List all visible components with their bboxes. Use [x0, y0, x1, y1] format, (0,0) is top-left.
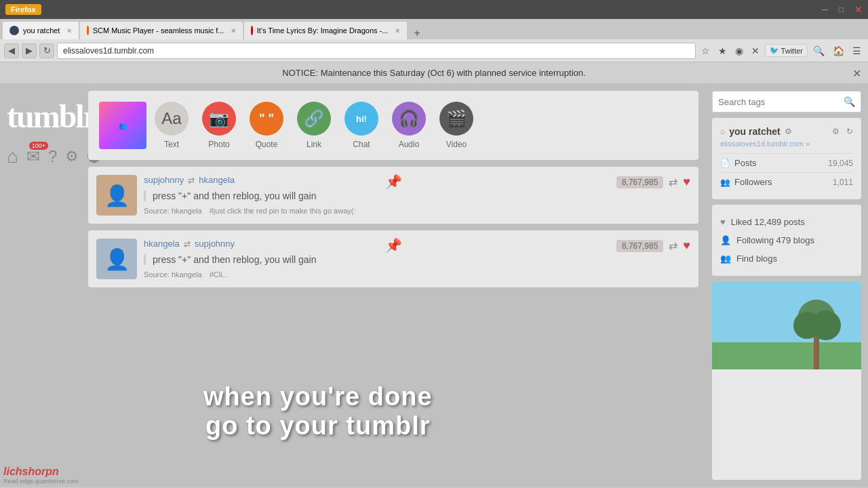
posts-icon: 📄	[720, 159, 730, 168]
twitter-label: Twitter	[781, 47, 803, 55]
forward-button[interactable]: ▶	[22, 43, 37, 58]
help-icon[interactable]: ?	[48, 147, 57, 166]
text-label: Text	[164, 140, 179, 149]
tab-scm[interactable]: SCM Music Player - seamless music f... ✕	[80, 22, 243, 39]
tumblr-logo[interactable]: tumblr.	[7, 98, 81, 135]
tab-close-3[interactable]: ✕	[395, 27, 400, 35]
tab-close-1[interactable]: ✕	[66, 27, 72, 35]
watermark-name: lichshorpn	[3, 466, 79, 478]
reblog-count-1: 8,767,985	[616, 176, 663, 188]
sidebar-actions-card: ♥ Liked 12,489 posts 👤 Following 479 blo…	[712, 205, 861, 276]
post-header-2: hkangela ⇄ supjohnny	[144, 239, 690, 249]
browser-titlebar: Firefox ─ □ ✕	[0, 0, 868, 19]
tab-bar: you ratchet ✕ SCM Music Player - seamles…	[0, 19, 868, 39]
home-icon[interactable]: ⌂	[7, 146, 18, 167]
address-bar[interactable]: elissaloves1d.tumblr.com	[57, 43, 696, 59]
post-type-quote[interactable]: " " Quote	[250, 102, 283, 149]
scene-svg	[712, 281, 861, 369]
followers-count: 1,011	[833, 178, 853, 187]
search-icon[interactable]: 🔍	[844, 96, 855, 107]
text-icon: Aa	[155, 102, 189, 136]
audio-icon: 🎧	[392, 102, 426, 136]
post-avatar-1: 👤	[96, 175, 137, 216]
mail-icon[interactable]: ✉ 100+	[26, 147, 40, 166]
close-nav-icon[interactable]: ✕	[749, 44, 762, 58]
heart-icon: ♥	[720, 217, 726, 227]
liked-posts-action[interactable]: ♥ Liked 12,489 posts	[720, 213, 853, 231]
feed-post-1: 👤 supjohnny ⇄ hkangela press "+" and the…	[88, 167, 698, 224]
post-user1-link[interactable]: supjohnny	[144, 175, 184, 185]
post-avatar-2: 👤	[96, 239, 137, 279]
post-actions-1: 8,767,985 ⇄ ♥	[616, 175, 690, 189]
search-input[interactable]	[718, 97, 844, 107]
window-minimize[interactable]: ─	[822, 5, 828, 14]
post-type-video[interactable]: 🎬 Video	[439, 102, 473, 149]
post-user1-link-2[interactable]: hkangela	[144, 239, 180, 249]
search-nav-icon[interactable]: 🔍	[810, 44, 827, 58]
post-type-chat[interactable]: hi! Chat	[344, 102, 378, 149]
post-source-2: Source: hkangela #Cli...	[144, 270, 690, 279]
reload-button[interactable]: ↻	[39, 43, 54, 58]
back-button[interactable]: ◀	[4, 43, 19, 58]
blog-gear-small-icon: ⚙	[785, 127, 792, 136]
window-maximize[interactable]: □	[839, 5, 844, 14]
post-user2-link[interactable]: hkangela	[199, 175, 235, 185]
mail-badge: 100+	[29, 142, 48, 150]
blog-home-icon: ⌂	[720, 127, 725, 136]
main-content: tumblr. ⌂ ✉ 100+ ? ⚙ ⏻ 👥	[0, 84, 868, 487]
post-source-1: Source: hkangela #just click the red pin…	[144, 207, 690, 215]
left-panel: tumblr. ⌂ ✉ 100+ ? ⚙ ⏻	[0, 84, 88, 487]
reblog-button-1[interactable]: ⇄	[669, 176, 677, 188]
bookmark-star[interactable]: ☆	[698, 44, 713, 58]
chat-label: Chat	[353, 140, 370, 149]
user-avatar: 👥	[99, 102, 146, 149]
photo-label: Photo	[208, 140, 229, 149]
post-type-photo[interactable]: 📷 Photo	[202, 102, 236, 149]
audio-label: Audio	[399, 140, 420, 149]
notice-close-button[interactable]: ✕	[852, 66, 861, 79]
post-content-1: supjohnny ⇄ hkangela press "+" and then …	[144, 175, 690, 216]
rss-icon[interactable]: ◉	[732, 44, 746, 58]
post-pin-2: 📌	[385, 237, 402, 253]
reblog-button-2[interactable]: ⇄	[669, 239, 677, 252]
find-person-icon: 👥	[720, 253, 731, 264]
new-tab-button[interactable]: +	[408, 27, 425, 39]
reblog-arrow-icon-2: ⇄	[184, 239, 191, 249]
followers-stat-label: 👥 Followers	[720, 177, 772, 187]
browser-logo[interactable]: Firefox	[5, 4, 41, 15]
followers-icon: 👥	[720, 178, 730, 187]
notice-text: NOTICE: Maintenance this Saturday (Oct 6…	[282, 68, 585, 78]
following-person-icon: 👤	[720, 235, 731, 245]
svg-point-5	[811, 310, 841, 340]
video-label: Video	[446, 140, 467, 149]
blog-settings-icon[interactable]: ⚙	[832, 127, 840, 136]
like-button-2[interactable]: ♥	[683, 239, 690, 253]
window-close[interactable]: ✕	[854, 4, 863, 15]
tab-label-2: SCM Music Player - seamless music f...	[93, 26, 224, 35]
tab-youtube[interactable]: It's Time Lyrics By: Imagine Dragons -..…	[244, 22, 407, 39]
tab-you-ratchet[interactable]: you ratchet ✕	[3, 22, 79, 39]
address-text: elissaloves1d.tumblr.com	[63, 46, 154, 56]
post-user2-link-2[interactable]: supjohnny	[195, 239, 235, 249]
post-actions-2: 8,767,985 ⇄ ♥	[616, 239, 690, 253]
blog-refresh-icon[interactable]: ↻	[846, 127, 853, 136]
post-type-text[interactable]: Aa Text	[155, 102, 189, 149]
like-button-1[interactable]: ♥	[683, 175, 690, 189]
bookmark-list[interactable]: ★	[715, 44, 730, 58]
find-blogs-action[interactable]: 👥 Find blogs	[720, 249, 853, 268]
reblog-arrow-icon-1: ⇄	[188, 176, 195, 185]
twitter-button[interactable]: 🐦 Twitter	[765, 44, 808, 57]
following-action[interactable]: 👤 Following 479 blogs	[720, 231, 853, 249]
nav-bar: ◀ ▶ ↻ elissaloves1d.tumblr.com ☆ ★ ◉ ✕ 🐦…	[0, 39, 868, 62]
post-text-1: press "+" and then reblog, you will gain	[144, 190, 690, 201]
home-nav-icon[interactable]: 🏠	[830, 44, 847, 58]
tab-close-2[interactable]: ✕	[231, 27, 236, 35]
blog-url[interactable]: elissaloves1d.tumblr.com »	[720, 140, 853, 148]
quote-label: Quote	[256, 140, 278, 149]
chat-icon: hi!	[344, 102, 378, 136]
post-type-link[interactable]: 🔗 Link	[297, 102, 331, 149]
stat-posts: 📄 Posts 19,045	[720, 153, 853, 172]
menu-icon[interactable]: ☰	[850, 44, 864, 58]
settings-icon[interactable]: ⚙	[65, 148, 79, 165]
post-type-audio[interactable]: 🎧 Audio	[392, 102, 426, 149]
